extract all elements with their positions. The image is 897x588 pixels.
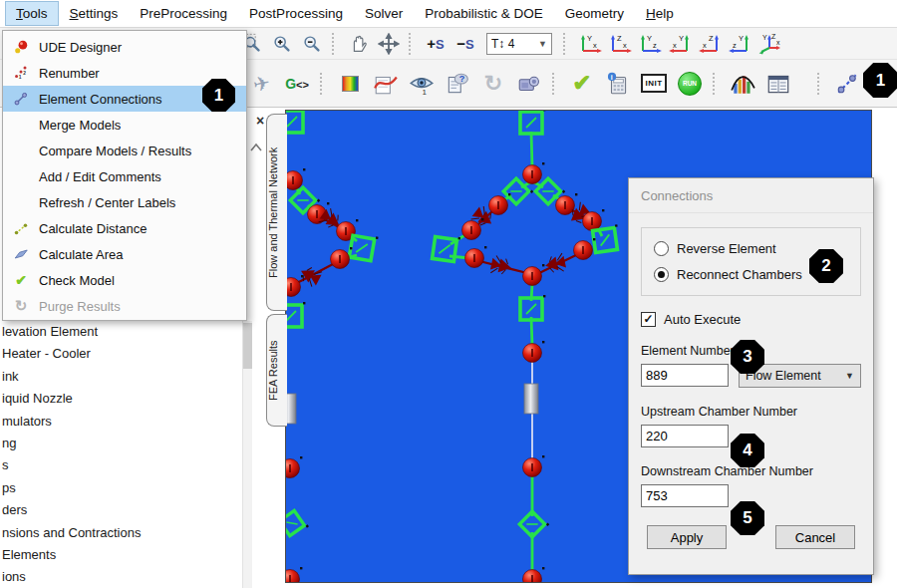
tab-fea-results[interactable]: FEA Results [266, 314, 287, 427]
palette-item[interactable]: ink [0, 366, 241, 388]
connect-button[interactable] [831, 67, 863, 101]
flow-element-node[interactable] [286, 509, 309, 539]
close-icon[interactable]: × [252, 114, 268, 130]
menu-geometry[interactable]: Geometry [555, 2, 634, 25]
toolbar-separator [563, 33, 570, 55]
axis-view-2-button[interactable]: Zx [606, 31, 634, 57]
report-button[interactable] [762, 67, 794, 101]
chamber-node[interactable] [465, 246, 487, 268]
axis-view-6-button[interactable]: Yz [726, 31, 753, 57]
camera-button[interactable] [513, 67, 545, 101]
curve-button[interactable] [370, 67, 402, 101]
cylinder-element-node[interactable] [286, 394, 296, 424]
move-button[interactable] [375, 31, 403, 57]
scrollbar-thumb[interactable] [243, 323, 252, 369]
menu-item-calculate-area[interactable]: Calculate Area [3, 241, 246, 267]
palette-item[interactable]: iquid Nozzle [0, 388, 241, 410]
flow-element-node[interactable] [286, 111, 306, 133]
plus-s-button[interactable]: +S [422, 31, 449, 57]
loss-element-node[interactable] [543, 253, 566, 275]
tab-flow-and-thermal-network[interactable]: Flow and Thermal Network [266, 114, 287, 311]
menu-help[interactable]: Help [636, 2, 684, 25]
menu-preprocessing[interactable]: PreProcessing [130, 2, 237, 25]
menu-settings[interactable]: Settings [60, 2, 129, 25]
palette-item[interactable]: ng [0, 433, 241, 454]
menu-postprocessing[interactable]: PostProcessing [239, 2, 353, 25]
histo-button[interactable] [727, 67, 758, 101]
menu-item-compare-models-results[interactable]: Compare Models / Results [3, 138, 246, 163]
chamber-node[interactable] [523, 341, 545, 363]
menu-item-merge-models[interactable]: Merge Models [3, 112, 246, 138]
menu-item-ude-designer[interactable]: UDE Designer [3, 34, 246, 60]
radio-icon-selected[interactable] [654, 267, 669, 282]
t-scale-dropdown[interactable]: T↕ 4▼ [486, 33, 552, 55]
flow-element-node[interactable] [592, 224, 621, 252]
menu-item-add-edit-comments[interactable]: Add / Edit Comments [3, 163, 246, 189]
menu-item-check-model[interactable]: ✔Check Model [3, 267, 246, 293]
pan-button[interactable] [345, 31, 373, 57]
flow-element-node[interactable] [520, 295, 545, 320]
loss-element-node[interactable] [489, 255, 512, 277]
menu-solver[interactable]: Solver [355, 2, 413, 25]
auto-execute-checkbox[interactable]: ✓ Auto Execute [641, 312, 861, 327]
menu-item-purge-results[interactable]: ↻Purge Results [3, 293, 246, 319]
gcode-button[interactable]: G<> [281, 67, 313, 101]
palette-item[interactable]: s [0, 454, 241, 476]
chamber-node[interactable] [523, 264, 545, 286]
palette-item[interactable]: ps [0, 477, 241, 499]
rainbow-button[interactable] [334, 67, 366, 101]
chamber-node[interactable] [286, 456, 302, 478]
cylinder-element-node[interactable] [524, 384, 538, 414]
palette-item[interactable]: Heater - Cooler [0, 343, 241, 365]
menu-item-refresh-center-labels[interactable]: Refresh / Center Labels [3, 189, 246, 215]
palette-item[interactable]: ions [0, 566, 241, 588]
scroll-up-icon[interactable] [249, 140, 263, 157]
axis-view-1-button[interactable]: Yx [576, 31, 604, 57]
flow-element-node[interactable] [349, 232, 378, 261]
chevron-down-icon: ▼ [538, 39, 547, 49]
upstream-chamber-input[interactable] [641, 425, 729, 447]
menu-tools[interactable]: Tools [6, 2, 58, 25]
axis-view-3-button[interactable]: Yz [636, 31, 664, 57]
flow-element-node[interactable] [520, 111, 545, 134]
chamber-node[interactable] [523, 455, 545, 477]
run-button[interactable]: RUN [674, 67, 706, 101]
move-icon [378, 33, 400, 55]
init-button[interactable]: INIT [638, 67, 670, 101]
calc-button[interactable]: i [602, 67, 634, 101]
chamber-node[interactable] [523, 567, 545, 583]
flow-element-node[interactable] [286, 302, 305, 327]
chamber-node[interactable] [286, 275, 303, 297]
palette-item[interactable]: levation Element [0, 321, 241, 343]
check-button[interactable]: ✔ [566, 67, 598, 101]
checkbox-checked-icon[interactable]: ✓ [641, 312, 656, 327]
chamber-node[interactable] [286, 567, 302, 583]
minus-s-button[interactable]: −S [451, 31, 479, 57]
refresh-button[interactable]: ↻ [477, 67, 509, 101]
zoom-out-button[interactable] [298, 31, 326, 57]
downstream-chamber-input[interactable] [641, 484, 729, 507]
palette-scrollbar[interactable] [242, 321, 252, 588]
apply-button[interactable]: Apply [647, 525, 727, 549]
eye-button[interactable]: 1 [406, 67, 438, 101]
chamber-node[interactable] [523, 162, 545, 184]
palette-item[interactable]: ders [0, 499, 241, 521]
loss-element-node[interactable] [297, 263, 323, 288]
flow-element-node[interactable] [519, 509, 549, 539]
plane-button[interactable]: ✈ [245, 67, 277, 101]
component-palette-list: levation ElementHeater - Coolerinkiquid … [0, 321, 241, 588]
docq-button[interactable]: ? [442, 67, 473, 101]
axis-view-5-button[interactable]: Zx [696, 31, 724, 57]
menu-item-calculate-distance[interactable]: Calculate Distance [3, 215, 246, 241]
palette-item[interactable]: Elements [0, 544, 241, 566]
menu-probabilistic-doe[interactable]: Probabilistic & DOE [415, 2, 553, 25]
axis-view-4-button[interactable]: Yx [666, 31, 694, 57]
zoom-in-button[interactable] [268, 31, 296, 57]
palette-item[interactable]: mulators [0, 411, 241, 433]
axis-view-7-button[interactable]: YZx [755, 31, 783, 57]
radio-icon-unselected[interactable] [654, 241, 669, 256]
palette-item[interactable]: nsions and Contractions [0, 522, 241, 544]
cancel-button[interactable]: Cancel [775, 525, 855, 549]
element-number-input[interactable] [641, 364, 729, 387]
chamber-node[interactable] [574, 238, 596, 260]
